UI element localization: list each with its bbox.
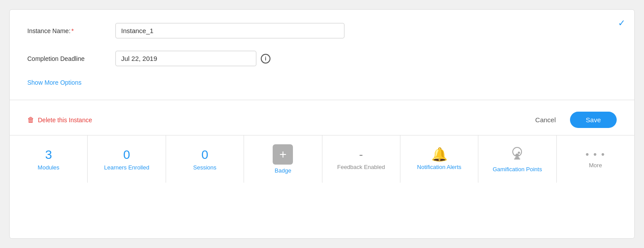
bottom-item-notification[interactable]: 🔔 Notification Alerts xyxy=(400,135,478,183)
required-star: * xyxy=(71,27,74,34)
completion-deadline-label-text: Completion Deadline xyxy=(27,55,85,62)
action-right-group: Cancel Save xyxy=(528,112,617,128)
sessions-label: Sessions xyxy=(193,164,217,171)
bottom-item-gamification[interactable]: Gamification Points xyxy=(478,135,556,183)
completion-deadline-label: Completion Deadline xyxy=(27,55,115,62)
save-button[interactable]: Save xyxy=(570,112,617,128)
section-divider xyxy=(10,100,634,100)
feedback-label: Feedback Enabled xyxy=(337,164,385,170)
gamification-label: Gamification Points xyxy=(492,166,542,173)
save-label-text: Save xyxy=(586,116,601,124)
delete-label-text: Delete this Instance xyxy=(38,116,92,124)
action-row: 🗑 Delete this Instance Cancel Save xyxy=(10,105,634,135)
bottom-item-modules[interactable]: 3 Modules xyxy=(10,135,88,183)
modules-label: Modules xyxy=(38,164,59,171)
notification-label: Notification Alerts xyxy=(417,164,461,170)
bottom-item-sessions[interactable]: 0 Sessions xyxy=(166,135,244,183)
show-more-label-text: Show More Options xyxy=(27,79,81,86)
instance-name-input[interactable] xyxy=(115,23,344,38)
svg-point-4 xyxy=(518,152,520,154)
chevron-collapse-button[interactable]: ✓ xyxy=(618,18,625,28)
instance-name-row: Instance Name:* xyxy=(27,23,617,38)
sessions-count: 0 xyxy=(201,147,208,162)
bottom-item-more[interactable]: • • • More xyxy=(557,135,634,183)
svg-point-1 xyxy=(515,154,519,157)
completion-deadline-row: Completion Deadline i xyxy=(27,51,617,66)
delete-instance-button[interactable]: 🗑 Delete this Instance xyxy=(27,116,92,124)
gamification-svg xyxy=(509,146,525,162)
badge-plus-symbol: + xyxy=(279,147,286,162)
show-more-options-row: Show More Options xyxy=(27,79,617,86)
svg-rect-3 xyxy=(514,158,520,160)
more-dots-icon: • • • xyxy=(585,150,605,159)
badge-label: Badge xyxy=(275,167,292,174)
gamification-icon xyxy=(509,146,525,163)
feedback-value: - xyxy=(359,148,363,162)
learners-count: 0 xyxy=(123,147,130,162)
bottom-item-learners[interactable]: 0 Learners Enrolled xyxy=(88,135,166,183)
completion-deadline-input[interactable] xyxy=(115,51,256,66)
more-label: More xyxy=(589,162,602,169)
cancel-label-text: Cancel xyxy=(535,116,556,124)
info-icon: i xyxy=(261,54,270,64)
instance-name-label-text: Instance Name: xyxy=(27,27,70,34)
badge-icon: + xyxy=(273,144,293,165)
trash-icon: 🗑 xyxy=(27,116,34,124)
svg-rect-2 xyxy=(515,157,519,158)
bottom-item-badge[interactable]: + Badge xyxy=(244,135,322,183)
show-more-options-button[interactable]: Show More Options xyxy=(27,79,81,86)
bell-icon: 🔔 xyxy=(431,148,448,161)
instance-card: ✓ Instance Name:* Completion Deadline i … xyxy=(9,9,635,239)
modules-count: 3 xyxy=(45,147,52,162)
cancel-button[interactable]: Cancel xyxy=(528,113,563,127)
bottom-item-feedback[interactable]: - Feedback Enabled xyxy=(322,135,400,183)
card-body: ✓ Instance Name:* Completion Deadline i … xyxy=(10,10,634,95)
bottom-bar: 3 Modules 0 Learners Enrolled 0 Sessions… xyxy=(10,135,634,183)
learners-label: Learners Enrolled xyxy=(104,164,149,171)
instance-name-label: Instance Name:* xyxy=(27,27,115,34)
